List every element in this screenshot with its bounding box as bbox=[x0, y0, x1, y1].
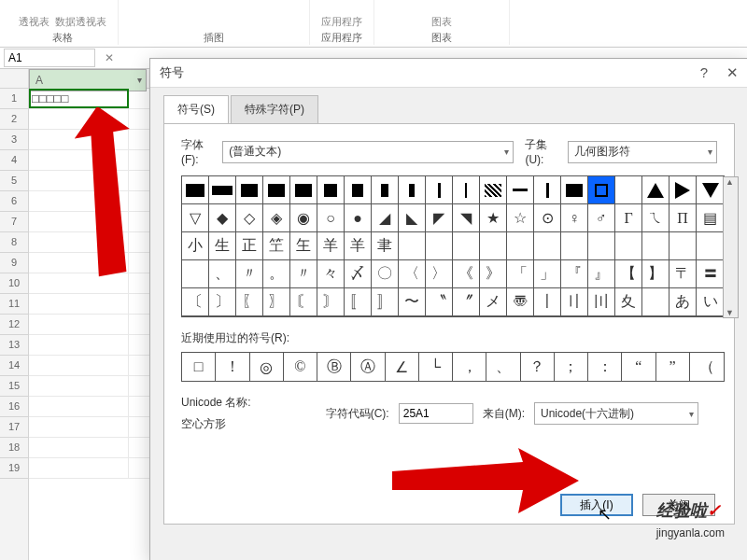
row-header[interactable]: 12 bbox=[0, 315, 28, 335]
symbol-cell[interactable]: 〔 bbox=[182, 288, 209, 316]
symbol-cell[interactable]: ◈ bbox=[263, 204, 290, 232]
row-header[interactable]: 11 bbox=[0, 294, 28, 315]
symbol-cell[interactable]: ♀ bbox=[561, 204, 588, 232]
symbol-cell[interactable] bbox=[209, 176, 236, 204]
symbol-cell[interactable]: ◢ bbox=[372, 204, 399, 232]
symbol-cell[interactable]: 』 bbox=[588, 260, 615, 288]
symbol-cell[interactable] bbox=[372, 176, 399, 204]
symbol-cell[interactable]: Γ bbox=[615, 204, 642, 232]
symbol-cell[interactable]: 「 bbox=[507, 260, 534, 288]
cell[interactable] bbox=[29, 376, 129, 396]
subset-select[interactable]: 几何图形符 bbox=[568, 141, 717, 163]
symbol-cell[interactable] bbox=[480, 232, 507, 260]
symbol-cell[interactable] bbox=[534, 232, 561, 260]
symbol-cell[interactable]: い bbox=[697, 288, 724, 316]
ribbon-item-data-pivot[interactable]: 数据透视表 bbox=[55, 15, 106, 29]
symbol-cell[interactable] bbox=[615, 176, 642, 204]
symbol-cell[interactable]: ♂ bbox=[588, 204, 615, 232]
symbol-cell[interactable]: 玍 bbox=[290, 232, 317, 260]
recent-symbol[interactable]: ◎ bbox=[250, 353, 284, 381]
symbol-cell[interactable]: 〙 bbox=[317, 288, 345, 316]
symbol-cell[interactable]: 〓 bbox=[697, 260, 724, 288]
symbol-cell[interactable]: 〛 bbox=[372, 288, 399, 316]
tab-symbols[interactable]: 符号(S) bbox=[163, 95, 229, 123]
symbol-grid[interactable]: ▽◆◇◈◉○●◢◣◤◥★☆⊙♀♂ΓㄟΠ▤小生正笁玍羊羊聿、〃。〃々〆〇〈〉《》「… bbox=[181, 175, 725, 317]
symbol-cell[interactable]: ◣ bbox=[399, 204, 426, 232]
symbol-cell[interactable]: 〞 bbox=[453, 288, 480, 316]
symbol-cell[interactable] bbox=[615, 232, 642, 260]
symbol-cell[interactable] bbox=[588, 176, 615, 204]
cell[interactable] bbox=[29, 294, 129, 314]
symbol-cell[interactable]: 笁 bbox=[263, 232, 290, 260]
cell[interactable] bbox=[29, 109, 129, 129]
symbol-cell[interactable]: 〇 bbox=[372, 260, 399, 288]
symbol-cell[interactable]: 々 bbox=[317, 260, 345, 288]
symbol-cell[interactable]: 〗 bbox=[263, 288, 290, 316]
symbol-cell[interactable]: 羊 bbox=[345, 232, 372, 260]
cell[interactable] bbox=[29, 171, 129, 190]
symbol-cell[interactable] bbox=[507, 176, 534, 204]
ribbon-item-pivot[interactable]: 透视表 bbox=[19, 15, 49, 29]
symbol-cell[interactable]: 〠 bbox=[507, 288, 534, 316]
row-header[interactable]: 13 bbox=[0, 335, 28, 356]
symbol-cell[interactable] bbox=[453, 176, 480, 204]
recent-symbols[interactable]: □！◎©ⒷⒶ∠└，、？；：“”（ bbox=[181, 352, 725, 382]
row-header[interactable]: 7 bbox=[0, 212, 28, 232]
symbol-cell[interactable] bbox=[399, 176, 426, 204]
row-header[interactable]: 16 bbox=[0, 397, 28, 417]
symbol-cell[interactable]: 〡 bbox=[534, 288, 561, 316]
symbol-cell[interactable] bbox=[345, 176, 372, 204]
cell[interactable] bbox=[29, 273, 129, 293]
row-header[interactable]: 14 bbox=[0, 356, 28, 376]
cell[interactable] bbox=[29, 356, 129, 375]
symbol-cell[interactable] bbox=[426, 232, 453, 260]
recent-symbol[interactable]: （ bbox=[690, 353, 724, 381]
cell[interactable] bbox=[29, 232, 129, 252]
symbol-cell[interactable]: 〣 bbox=[588, 288, 615, 316]
cell[interactable] bbox=[29, 458, 129, 478]
symbol-cell[interactable]: 《 bbox=[453, 260, 480, 288]
row-header[interactable]: 19 bbox=[0, 458, 28, 479]
symbol-cell[interactable] bbox=[480, 176, 507, 204]
row-header[interactable]: 4 bbox=[0, 150, 28, 171]
symbol-cell[interactable]: 、 bbox=[209, 260, 236, 288]
symbol-cell[interactable]: ▤ bbox=[697, 204, 724, 232]
symbol-cell[interactable] bbox=[697, 232, 724, 260]
recent-symbol[interactable]: ： bbox=[588, 353, 622, 381]
symbol-cell[interactable] bbox=[697, 176, 724, 204]
symbol-cell[interactable]: 〢 bbox=[561, 288, 588, 316]
font-select[interactable]: (普通文本) bbox=[222, 141, 514, 163]
ribbon-item-apps[interactable]: 应用程序 bbox=[321, 15, 362, 29]
symbol-cell[interactable]: ★ bbox=[480, 204, 507, 232]
symbol-cell[interactable] bbox=[642, 288, 669, 316]
cell[interactable] bbox=[29, 253, 129, 273]
cell[interactable] bbox=[29, 130, 129, 149]
symbol-cell[interactable]: ▽ bbox=[182, 204, 209, 232]
symbol-cell[interactable]: Π bbox=[669, 204, 697, 232]
symbol-cell[interactable] bbox=[561, 176, 588, 204]
symbol-cell[interactable]: 》 bbox=[480, 260, 507, 288]
recent-symbol[interactable]: □ bbox=[182, 353, 216, 381]
recent-symbol[interactable]: ” bbox=[656, 353, 690, 381]
symbol-cell[interactable]: 〉 bbox=[426, 260, 453, 288]
symbol-cell[interactable]: 〃 bbox=[236, 260, 263, 288]
symbol-cell[interactable] bbox=[669, 232, 697, 260]
symbol-cell[interactable]: ㄟ bbox=[642, 204, 669, 232]
row-header[interactable]: 17 bbox=[0, 417, 28, 438]
symbol-cell[interactable] bbox=[642, 232, 669, 260]
cell[interactable] bbox=[29, 335, 129, 355]
cell[interactable] bbox=[29, 417, 129, 437]
symbol-cell[interactable]: 〖 bbox=[236, 288, 263, 316]
row-header[interactable]: 9 bbox=[0, 253, 28, 273]
symbol-cell[interactable] bbox=[588, 232, 615, 260]
symbol-cell[interactable] bbox=[182, 260, 209, 288]
recent-symbol[interactable]: ∠ bbox=[386, 353, 419, 381]
symbol-cell[interactable] bbox=[426, 176, 453, 204]
symbol-cell[interactable] bbox=[182, 176, 209, 204]
recent-symbol[interactable]: └ bbox=[419, 353, 453, 381]
symbol-cell[interactable]: 正 bbox=[236, 232, 263, 260]
recent-symbol[interactable]: “ bbox=[622, 353, 655, 381]
grid-scrollbar[interactable] bbox=[723, 176, 739, 318]
symbol-cell[interactable]: 〒 bbox=[669, 260, 697, 288]
symbol-cell[interactable]: 〜 bbox=[399, 288, 426, 316]
